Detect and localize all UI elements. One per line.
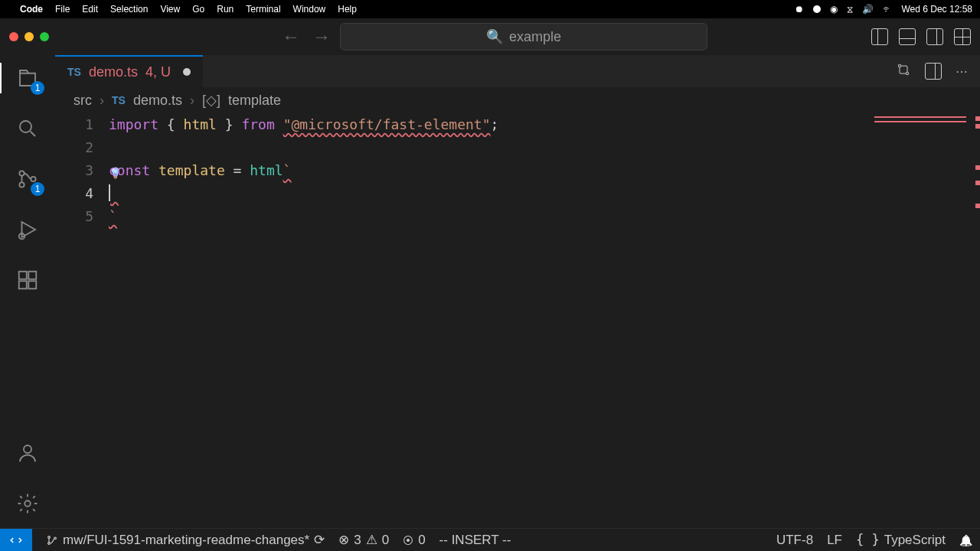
search-text: example <box>509 29 561 45</box>
line-number: 1 <box>55 113 93 136</box>
svg-rect-7 <box>19 281 27 289</box>
language-name: TypeScript <box>884 533 946 548</box>
eol-status[interactable]: LF <box>827 533 842 548</box>
encoding-status[interactable]: UTF-8 <box>776 533 813 548</box>
window-controls <box>9 32 49 41</box>
code-line[interactable]: ` <box>109 205 980 228</box>
menu-window[interactable]: Window <box>293 4 326 15</box>
svg-rect-5 <box>19 272 27 279</box>
menu-edit[interactable]: Edit <box>82 4 98 15</box>
problems-status[interactable]: 3 0 <box>338 532 389 548</box>
notifications-button[interactable] <box>959 533 972 548</box>
extensions-activity[interactable] <box>12 265 43 295</box>
tab-actions: ⋯ <box>884 55 980 87</box>
compare-changes-icon[interactable] <box>896 62 911 80</box>
bell-icon <box>959 533 972 548</box>
toggle-secondary-sidebar-button[interactable] <box>926 28 943 45</box>
code-line[interactable] <box>109 182 980 205</box>
record-icon[interactable]: ⏺ <box>795 4 804 15</box>
menu-run[interactable]: Run <box>217 4 234 15</box>
menu-selection[interactable]: Selection <box>110 4 148 15</box>
svg-point-10 <box>24 500 31 507</box>
code-editor[interactable]: 1 2 3 4 5 import { html } from "@microso… <box>55 113 980 528</box>
run-debug-activity[interactable] <box>12 214 43 245</box>
search-activity[interactable] <box>12 113 43 144</box>
status-bar: mw/FUI-1591-marketing-readme-changes* ⟳ … <box>0 528 980 551</box>
wifi-icon[interactable]: ᯤ <box>883 4 892 15</box>
svg-point-14 <box>48 542 51 544</box>
more-actions-icon[interactable]: ⋯ <box>956 64 968 79</box>
close-window-button[interactable] <box>9 32 18 41</box>
command-center[interactable]: 🔍 example <box>340 23 707 51</box>
cloud-sync-icon[interactable]: ⟳ <box>314 532 325 548</box>
breadcrumb-file[interactable]: demo.ts <box>133 93 182 109</box>
source-control-activity[interactable]: 1 <box>12 164 43 194</box>
app-name[interactable]: Code <box>20 4 43 15</box>
toggle-panel-button[interactable] <box>899 28 916 45</box>
explorer-badge: 1 <box>31 81 44 95</box>
language-mode-status[interactable]: TypeScript <box>856 532 946 548</box>
editor-area: TS demo.ts 4, U ⋯ src › TS demo.ts › [◇]… <box>55 55 980 528</box>
status-dot-icon[interactable] <box>813 5 821 13</box>
error-count: 3 <box>354 533 361 548</box>
tab-demo-ts[interactable]: TS demo.ts 4, U <box>55 55 203 87</box>
main-area: 1 1 TS demo.ts 4, U <box>0 55 980 528</box>
scm-badge: 1 <box>31 182 44 196</box>
svg-point-15 <box>54 537 57 540</box>
svg-point-0 <box>20 121 31 132</box>
symbol-variable-icon: [◇] <box>202 92 220 109</box>
code-line[interactable] <box>109 136 980 159</box>
tab-filename: demo.ts <box>89 64 138 80</box>
volume-icon[interactable]: 🔊 <box>862 4 874 15</box>
svg-point-2 <box>19 182 24 187</box>
overview-error-mark <box>874 116 966 118</box>
nav-back-button[interactable]: ← <box>282 26 300 47</box>
explorer-activity[interactable]: 1 <box>12 63 43 93</box>
macos-menubar: Code File Edit Selection View Go Run Ter… <box>0 0 980 18</box>
customize-layout-button[interactable] <box>954 28 971 45</box>
menu-file[interactable]: File <box>55 4 70 15</box>
code-line[interactable]: const template = html` <box>109 159 980 182</box>
settings-activity[interactable] <box>12 488 43 519</box>
overview-error-tick <box>975 204 980 208</box>
svg-rect-6 <box>28 272 36 279</box>
overview-error-tick <box>975 116 980 121</box>
search-icon: 🔍 <box>486 28 503 45</box>
activity-bar: 1 1 <box>0 55 55 528</box>
split-editor-button[interactable] <box>925 63 942 80</box>
overview-ruler[interactable] <box>966 113 980 528</box>
menu-terminal[interactable]: Terminal <box>246 4 280 15</box>
chevron-right-icon: › <box>190 93 194 109</box>
vim-mode-status: -- INSERT -- <box>439 533 511 548</box>
code-content[interactable]: import { html } from "@microsoft/fast-el… <box>109 113 980 528</box>
remote-button[interactable] <box>0 529 32 551</box>
git-branch-status[interactable]: mw/FUI-1591-marketing-readme-changes* ⟳ <box>46 532 325 548</box>
breadcrumb-folder[interactable]: src <box>74 93 92 109</box>
clock-icon[interactable]: ⧖ <box>847 4 853 15</box>
maximize-window-button[interactable] <box>40 32 49 41</box>
code-line[interactable]: import { html } from "@microsoft/fast-el… <box>109 113 980 136</box>
minimize-window-button[interactable] <box>24 32 34 41</box>
tab-problem-count: 4, U <box>145 64 171 80</box>
warning-icon <box>366 532 377 548</box>
menu-view[interactable]: View <box>160 4 180 15</box>
line-number: 3 <box>55 159 93 182</box>
layout-controls <box>871 28 971 45</box>
breadcrumb-symbol[interactable]: template <box>228 93 281 109</box>
menu-go[interactable]: Go <box>192 4 204 15</box>
accounts-activity[interactable] <box>12 438 43 468</box>
breadcrumbs[interactable]: src › TS demo.ts › [◇] template <box>55 87 980 113</box>
menubar-clock[interactable]: Wed 6 Dec 12:58 <box>901 4 972 15</box>
line-number: 5 <box>55 205 93 228</box>
ports-status[interactable]: 0 <box>403 533 425 548</box>
overview-error-mark <box>874 121 966 122</box>
nav-forward-button[interactable]: → <box>312 26 331 47</box>
menubar-right: ⏺ ◉ ⧖ 🔊 ᯤ Wed 6 Dec 12:58 <box>795 4 972 15</box>
toggle-sidebar-button[interactable] <box>871 28 888 45</box>
spotify-icon[interactable]: ◉ <box>830 4 838 15</box>
menu-help[interactable]: Help <box>338 4 357 15</box>
nav-arrows: ← → <box>282 26 331 47</box>
broadcast-icon <box>403 533 413 548</box>
ports-count: 0 <box>418 533 425 548</box>
overview-error-tick <box>975 165 980 170</box>
